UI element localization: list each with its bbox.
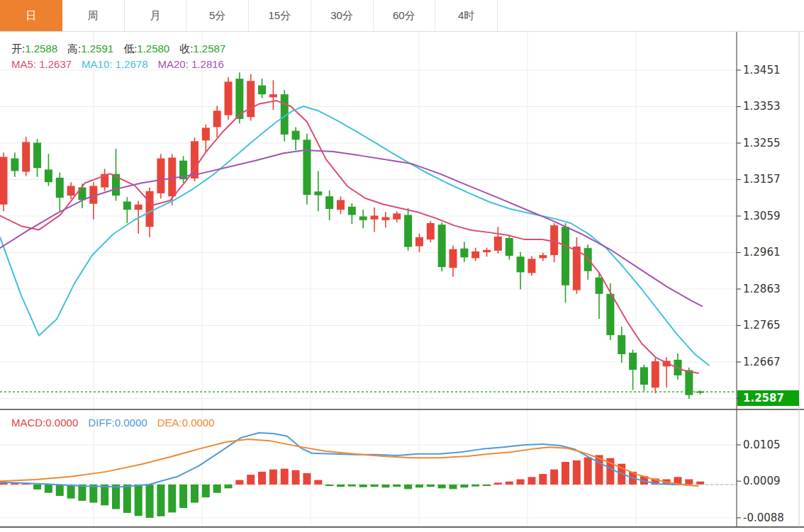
close-value: 1.2587 <box>193 43 225 55</box>
svg-text:0.0009: 0.0009 <box>743 475 781 487</box>
high-label: 高: <box>67 43 81 55</box>
grid-lines <box>0 32 737 527</box>
svg-text:1.3353: 1.3353 <box>743 100 781 113</box>
open-value: 1.2588 <box>25 43 57 55</box>
ma10-legend: MA10: 1.2678 <box>82 58 147 70</box>
high-value: 1.2591 <box>81 43 113 55</box>
tab-15分[interactable]: 15分 <box>249 0 311 31</box>
low-value: 1.2580 <box>137 43 169 55</box>
dea-value: DEA:0.0000 <box>157 417 215 429</box>
dea-line <box>0 439 698 486</box>
ma5-line <box>0 101 698 373</box>
open-label: 开: <box>11 43 25 55</box>
macd-axis: 0.01050.0009-0.0088 <box>737 438 784 524</box>
last-price-badge: 1.2587 <box>737 390 799 406</box>
svg-text:1.2667: 1.2667 <box>743 356 781 368</box>
axes <box>0 32 804 527</box>
tab-周[interactable]: 周 <box>62 0 125 31</box>
svg-text:1.2587: 1.2587 <box>743 392 784 404</box>
tab-30分[interactable]: 30分 <box>311 0 374 31</box>
svg-text:1.3157: 1.3157 <box>743 173 781 186</box>
tab-日[interactable]: 日 <box>0 0 62 31</box>
close-label: 收: <box>179 43 193 55</box>
tabbar-underline <box>0 31 804 32</box>
svg-text:1.3059: 1.3059 <box>743 210 781 222</box>
tab-月[interactable]: 月 <box>125 0 187 31</box>
svg-text:-0.0088: -0.0088 <box>743 511 784 524</box>
tab-5分[interactable]: 5分 <box>186 0 249 31</box>
price-axis: 1.34511.33531.32551.31571.30591.29611.28… <box>737 64 781 404</box>
diff-line <box>0 433 686 487</box>
ma5-legend: MA5: 1.2637 <box>11 58 72 70</box>
svg-text:1.2961: 1.2961 <box>743 246 781 259</box>
chart-canvas[interactable]: 1.34511.33531.32551.31571.30591.29611.28… <box>0 0 804 532</box>
tab-60分[interactable]: 60分 <box>374 0 436 31</box>
ma10-line <box>0 106 709 366</box>
interval-tabbar: 日周月5分15分30分60分4时 <box>0 0 498 31</box>
diff-value: DIFF:0.0000 <box>88 417 147 429</box>
ohlc-legend: 开:1.2588高:1.2591低:1.2580收:1.2587 <box>11 43 225 56</box>
low-label: 低: <box>123 43 137 55</box>
candlestick-series <box>0 72 704 399</box>
macd-value: MACD:0.0000 <box>11 417 78 429</box>
svg-text:0.0105: 0.0105 <box>743 438 781 451</box>
macd-legend: MACD:0.0000DIFF:0.0000DEA:0.0000 <box>11 417 215 429</box>
svg-text:1.3255: 1.3255 <box>743 137 781 149</box>
tab-4时[interactable]: 4时 <box>435 0 498 31</box>
svg-text:1.3451: 1.3451 <box>743 64 781 77</box>
ma-legend: MA5: 1.2637MA10: 1.2678MA20: 1.2816 <box>11 58 224 70</box>
ma20-legend: MA20: 1.2816 <box>158 58 224 70</box>
svg-text:1.2863: 1.2863 <box>743 283 781 295</box>
svg-text:1.2765: 1.2765 <box>743 319 781 332</box>
